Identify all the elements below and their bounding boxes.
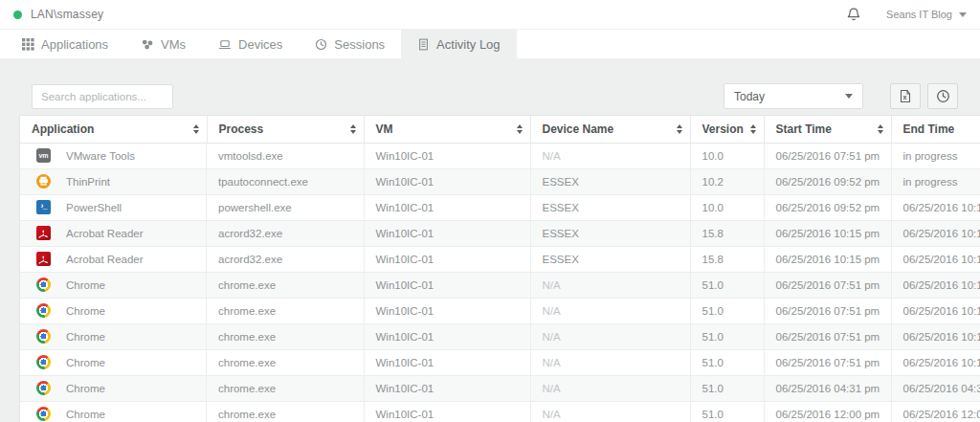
cell-application: Chrome	[20, 402, 207, 422]
table-row[interactable]: ThinPrinttpautoconnect.exeWin10IC-01ESSE…	[20, 169, 980, 195]
cell-application: Chrome	[20, 324, 207, 350]
cell-device-name: N/A	[530, 273, 690, 299]
table-row[interactable]: ›_PowerShellpowershell.exeWin10IC-01ESSE…	[20, 195, 980, 221]
column-header-application[interactable]: Application	[20, 116, 207, 143]
cell-device-name: ESSEX	[530, 169, 690, 195]
table-row[interactable]: vmVMware Toolsvmtoolsd.exeWin10IC-01N/A1…	[20, 143, 980, 169]
cell-version: 51.0	[690, 299, 764, 324]
sort-icon[interactable]	[750, 124, 756, 134]
sort-icon[interactable]	[193, 124, 199, 134]
cell-end-time: in progress	[891, 143, 980, 169]
cell-device-name: N/A	[530, 350, 690, 376]
cell-vm: Win10IC-01	[364, 273, 530, 299]
table-row[interactable]: Chromechrome.exeWin10IC-01N/A51.006/25/2…	[20, 273, 980, 299]
tab-activity-log[interactable]: Activity Log	[401, 30, 516, 58]
tab-label: VMs	[161, 37, 186, 52]
column-header-device-name[interactable]: Device Name	[530, 116, 690, 143]
table-row[interactable]: Chromechrome.exeWin10IC-01N/A51.006/25/2…	[20, 376, 980, 402]
device-icon	[218, 38, 232, 51]
cell-application: Chrome	[20, 350, 207, 376]
cell-device-name: N/A	[530, 143, 690, 169]
table-row[interactable]: Chromechrome.exeWin10IC-01N/A51.006/25/2…	[20, 299, 980, 324]
cell-version: 15.8	[690, 247, 764, 273]
chevron-down-icon	[845, 94, 853, 99]
cell-process: chrome.exe	[207, 273, 364, 299]
date-filter-value: Today	[734, 90, 765, 103]
cell-vm: Win10IC-01	[364, 324, 530, 350]
tab-label: Activity Log	[436, 37, 500, 52]
toolbar: Today x	[19, 83, 980, 109]
cell-end-time: 06/25/2016 10:15	[891, 299, 980, 324]
application-name: VMware Tools	[66, 150, 135, 162]
user-menu[interactable]: Seans IT Blog	[886, 9, 967, 20]
column-header-start-time[interactable]: Start Time	[764, 116, 891, 143]
cell-start-time: 06/25/2016 04:31 pm	[764, 376, 891, 402]
cell-process: vmtoolsd.exe	[207, 143, 364, 169]
tab-label: Devices	[238, 37, 282, 52]
cell-vm: Win10IC-01	[364, 169, 530, 195]
cell-application: Chrome	[20, 273, 207, 299]
cell-application: Chrome	[20, 376, 207, 402]
sort-icon[interactable]	[878, 124, 883, 134]
history-button[interactable]	[927, 83, 958, 109]
online-status-dot	[13, 11, 22, 19]
column-header-end-time[interactable]: End Time	[891, 116, 980, 143]
application-name: Acrobat Reader	[66, 228, 144, 239]
cell-end-time: 06/25/2016 10:16	[891, 221, 980, 247]
column-header-vm[interactable]: VM	[364, 116, 530, 143]
table-row[interactable]: Chromechrome.exeWin10IC-01N/A51.006/25/2…	[20, 402, 980, 422]
cell-application: Chrome	[20, 299, 207, 324]
notifications-bell-icon[interactable]	[846, 7, 861, 22]
excel-export-icon: x	[899, 89, 912, 103]
tab-label: Sessions	[334, 37, 385, 52]
cell-start-time: 06/25/2016 07:51 pm	[764, 273, 891, 299]
table-row[interactable]: Acrobat Readeracrord32.exeWin10IC-01ESSE…	[20, 221, 980, 247]
export-excel-button[interactable]: x	[890, 83, 921, 109]
cell-start-time: 06/25/2016 07:51 pm	[764, 350, 891, 376]
acrobat-app-icon	[36, 226, 51, 240]
cell-end-time: 06/25/2016 10:16	[891, 195, 980, 221]
sort-icon[interactable]	[517, 124, 523, 134]
cell-start-time: 06/25/2016 07:51 pm	[764, 143, 891, 169]
column-header-version[interactable]: Version	[690, 116, 764, 143]
tab-devices[interactable]: Devices	[202, 30, 299, 58]
sort-icon[interactable]	[350, 124, 356, 134]
cell-version: 51.0	[690, 402, 764, 422]
cell-end-time: 06/25/2016 10:15	[891, 350, 980, 376]
cell-vm: Win10IC-01	[364, 299, 530, 324]
cell-vm: Win10IC-01	[364, 143, 530, 169]
svg-text:x: x	[903, 94, 907, 100]
table-row[interactable]: Chromechrome.exeWin10IC-01N/A51.006/25/2…	[20, 350, 980, 376]
chrome-app-icon	[36, 278, 51, 292]
main-content: Today x ApplicationProcessVMDevice NameV…	[0, 83, 980, 422]
application-name: Chrome	[66, 357, 105, 368]
powershell-app-icon: ›_	[36, 200, 51, 214]
application-name: ThinPrint	[66, 176, 110, 188]
column-label: VM	[376, 122, 393, 136]
column-header-process[interactable]: Process	[207, 116, 364, 143]
cluster-icon	[141, 38, 154, 51]
table-row[interactable]: Acrobat Readeracrord32.exeWin10IC-01ESSE…	[20, 247, 980, 273]
cell-vm: Win10IC-01	[364, 195, 530, 221]
cell-device-name: N/A	[530, 299, 690, 324]
tab-sessions[interactable]: Sessions	[299, 30, 401, 58]
cell-start-time: 06/25/2016 07:51 pm	[764, 299, 891, 324]
tab-label: Applications	[41, 37, 108, 52]
date-filter-select[interactable]: Today	[724, 83, 863, 109]
tab-applications[interactable]: Applications	[6, 30, 124, 58]
cell-process: chrome.exe	[207, 299, 364, 324]
account-name: LAN\smassey	[31, 8, 103, 21]
search-input[interactable]	[32, 84, 173, 109]
column-label: Version	[702, 122, 744, 136]
application-name: Chrome	[66, 409, 105, 420]
column-label: Device Name	[543, 122, 614, 136]
application-name: Chrome	[66, 331, 105, 343]
application-name: Chrome	[66, 279, 105, 291]
cell-start-time: 06/25/2016 07:51 pm	[764, 324, 891, 350]
grid-icon	[22, 38, 34, 51]
clock-icon	[936, 89, 950, 103]
tab-vms[interactable]: VMs	[124, 30, 202, 58]
table-row[interactable]: Chromechrome.exeWin10IC-01N/A51.006/25/2…	[20, 324, 980, 350]
sort-icon[interactable]	[677, 124, 682, 134]
cell-version: 15.8	[690, 221, 764, 247]
